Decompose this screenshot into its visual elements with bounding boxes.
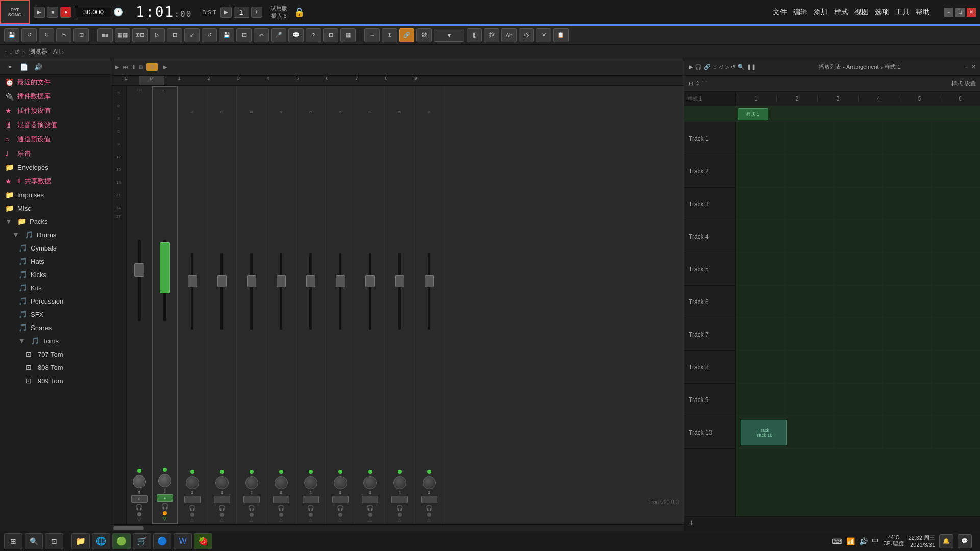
toolbar-save[interactable]: 💾 xyxy=(4,28,19,42)
track-label-7[interactable]: Track 7 xyxy=(684,318,735,351)
pattern-prev-button[interactable]: ▶ xyxy=(220,7,232,18)
ch3-send[interactable] xyxy=(243,496,260,503)
toolbar-t7[interactable]: ↺ xyxy=(202,28,217,42)
search-button[interactable]: 🔍 xyxy=(24,533,43,549)
toolbar-t5[interactable]: ⊡ xyxy=(167,28,182,42)
menu-style[interactable]: 样式 xyxy=(834,8,848,17)
bpm-display[interactable]: 30.000 xyxy=(76,7,111,17)
sidebar-item-shared[interactable]: ★ IL 共享数据 xyxy=(0,174,111,188)
toolbar-undo[interactable]: ↺ xyxy=(21,28,37,42)
taskbar-app-edge[interactable]: 🔵 xyxy=(153,533,172,549)
menu-tools[interactable]: 工具 xyxy=(895,8,910,17)
ch4-fader[interactable] xyxy=(277,275,286,287)
sidebar-icon-volume[interactable]: 🔊 xyxy=(33,61,44,72)
toolbar-t3[interactable]: ⊞⊞ xyxy=(132,28,148,42)
track-label-2[interactable]: Track 2 xyxy=(684,155,735,188)
track-label-5[interactable]: Track 5 xyxy=(684,253,735,286)
maximize-button[interactable]: □ xyxy=(955,8,965,17)
sidebar-item-plugin-presets[interactable]: ★ 插件预设值 xyxy=(0,104,111,118)
stop-button[interactable]: ■ xyxy=(47,7,58,18)
ch2-fader[interactable] xyxy=(217,275,227,287)
mixer-nav-up[interactable]: ⬆ xyxy=(132,64,136,70)
right-close-btn[interactable]: ✕ xyxy=(971,63,976,71)
sidebar-item-packs[interactable]: ▼ 📁 Packs xyxy=(0,215,111,228)
sidebar-item-cymbals[interactable]: 🎵 Cymbals xyxy=(0,241,111,255)
ch3-knob[interactable] xyxy=(245,476,258,489)
start-button[interactable]: ⊞ xyxy=(4,533,22,549)
task-view-button[interactable]: ⊡ xyxy=(45,533,63,549)
toolbar-t10[interactable]: ✂ xyxy=(254,28,269,42)
volume-icon[interactable]: 🔊 xyxy=(859,537,868,545)
ch-c-fader[interactable] xyxy=(134,263,144,277)
channel-8[interactable]: 8 ⇕ 🎧 △ xyxy=(385,86,414,524)
toolbar-move[interactable]: 移 xyxy=(519,28,534,42)
track-label-10[interactable]: Track 10 xyxy=(684,416,735,449)
taskbar-app-explorer[interactable]: 📁 xyxy=(71,533,90,549)
ch4-knob[interactable] xyxy=(275,476,288,489)
toolbar-control[interactable]: 控 xyxy=(484,28,499,42)
channel-6[interactable]: 6 ⇕ 🎧 △ xyxy=(326,86,355,524)
ch9-fader[interactable] xyxy=(425,275,434,287)
menu-options[interactable]: 选项 xyxy=(875,8,889,17)
mixer-scrollbar[interactable] xyxy=(111,524,684,531)
sidebar-item-misc[interactable]: 📁 Misc xyxy=(0,202,111,215)
ch3-fader[interactable] xyxy=(247,275,256,287)
ch-m-fader[interactable] xyxy=(160,242,170,293)
ch6-send[interactable] xyxy=(332,496,349,503)
sidebar-item-snares[interactable]: 🎵 Snares xyxy=(0,321,111,334)
toolbar-clipboard[interactable]: 📋 xyxy=(553,28,569,42)
toolbar-t11[interactable]: ⊡ xyxy=(323,28,338,42)
ch-m-knob[interactable] xyxy=(158,474,172,487)
track-label-8[interactable]: Track 8 xyxy=(684,351,735,384)
sidebar-item-kicks[interactable]: 🎵 Kicks xyxy=(0,268,111,281)
right-tool-move[interactable]: ⊡ xyxy=(689,80,693,87)
menu-edit[interactable]: 编辑 xyxy=(793,8,807,17)
toolbar-dropdown[interactable]: ▼ xyxy=(434,29,464,42)
sidebar-item-plugins[interactable]: 🔌 插件数据库 xyxy=(0,89,111,104)
channel-3[interactable]: 3 ⇕ 🎧 △ xyxy=(237,86,266,524)
mixer-width-btn[interactable]: 宽 xyxy=(146,63,158,71)
taskbar-app-chrome[interactable]: 🟢 xyxy=(112,533,131,549)
toolbar-t2[interactable]: ▦▦ xyxy=(115,28,130,42)
right-headphone-btn[interactable]: 🎧 xyxy=(695,64,702,70)
ch8-knob[interactable] xyxy=(393,476,406,489)
right-loop-btn[interactable]: ↺ xyxy=(731,64,736,70)
network-icon[interactable]: 📶 xyxy=(846,537,855,545)
toolbar-arrow[interactable]: → xyxy=(364,28,380,42)
sidebar-item-kits[interactable]: 🎵 Kits xyxy=(0,281,111,294)
sidebar-item-recent[interactable]: ⏰ 最近的文件 xyxy=(0,75,111,89)
toolbar-help[interactable]: ? xyxy=(306,28,321,42)
taskbar-app-browser[interactable]: 🌐 xyxy=(92,533,110,549)
track-label-3[interactable]: Track 3 xyxy=(684,188,735,220)
right-minimize-btn[interactable]: － xyxy=(964,63,969,71)
ch7-fader[interactable] xyxy=(365,275,375,287)
sidebar-item-channel-presets[interactable]: ○ 通道预设值 xyxy=(0,132,111,146)
right-mute-btn[interactable]: ○ xyxy=(713,64,717,70)
sidebar-item-percussion[interactable]: 🎵 Percussion xyxy=(0,294,111,308)
sidebar-item-scores[interactable]: ♩ 乐谱 xyxy=(0,146,111,161)
nav-down[interactable]: ↓ xyxy=(9,48,12,56)
channel-9[interactable]: 9 ⇕ 🎧 △ xyxy=(414,86,444,524)
pattern-number[interactable]: 1 xyxy=(234,7,249,18)
add-track-btn[interactable]: + xyxy=(689,518,694,529)
toolbar-line[interactable]: 线 xyxy=(416,28,432,42)
toolbar-plus[interactable]: ⊕ xyxy=(382,28,397,42)
sidebar-item-impulses[interactable]: 📁 Impulses xyxy=(0,188,111,202)
right-minus-btn[interactable]: ◁ xyxy=(719,64,723,70)
right-tool-draw[interactable]: ⌒ xyxy=(702,80,707,87)
track-label-4[interactable]: Track 4 xyxy=(684,220,735,253)
sidebar-item-sfx[interactable]: 🎵 SFX xyxy=(0,308,111,321)
ch5-fader[interactable] xyxy=(306,275,315,287)
channel-4[interactable]: 4 ⇕ 🎧 △ xyxy=(266,86,296,524)
sidebar-icon-move[interactable]: ✦ xyxy=(4,61,15,72)
ch1-send[interactable] xyxy=(184,496,201,503)
ch4-send[interactable] xyxy=(273,496,289,503)
nav-refresh[interactable]: ↺ xyxy=(14,48,19,56)
channel-2[interactable]: 2 ⇕ 🎧 △ xyxy=(207,86,237,524)
mixer-nav-arrow[interactable]: ▶ xyxy=(163,64,167,70)
ch5-knob[interactable] xyxy=(304,476,317,489)
toolbar-chat[interactable]: 💬 xyxy=(288,28,304,42)
ch-c-send[interactable]: ⇕ xyxy=(131,495,148,503)
sidebar-icon-doc[interactable]: 📄 xyxy=(18,61,30,72)
channel-m[interactable]: +H ⇕ ▲ 🎧 ▽ xyxy=(152,86,178,524)
